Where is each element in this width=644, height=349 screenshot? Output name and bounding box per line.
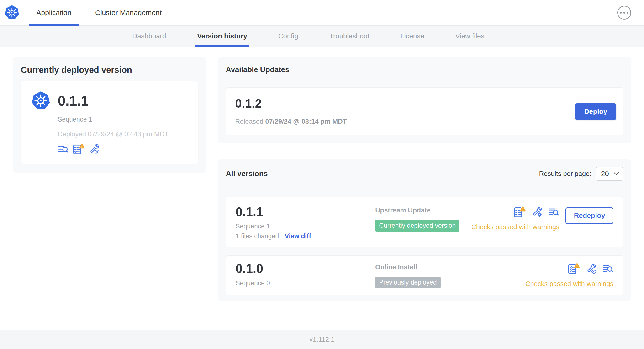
tab-cluster-management[interactable]: Cluster Management [88,0,169,25]
row-source-label: Online Install [375,263,525,271]
preflight-checks-warning-icon[interactable] [568,263,580,274]
preflight-checks-warning-icon[interactable] [514,206,526,218]
tab-license[interactable]: License [400,26,424,47]
row-action-icons [514,206,559,218]
files-changed-label: 1 files changed [236,232,279,240]
results-per-page-label: Results per page: [539,170,591,178]
currently-deployed-card: 0.1.1 Sequence 1 Deployed 07/29/24 @ 02:… [21,81,198,164]
all-versions-title: All versions [226,170,268,178]
deploy-button[interactable]: Deploy [575,103,616,120]
currently-deployed-panel: Currently deployed version 0.1.1 Sequenc… [13,57,206,172]
available-update-card: 0.1.2 Released07/29/24 @ 03:14 pm MDT De… [226,87,623,135]
overflow-menu-button[interactable] [617,6,631,20]
kots-admin-console: Application Cluster Management Dashboard… [0,0,644,349]
tab-dashboard[interactable]: Dashboard [132,26,166,47]
currently-deployed-title: Currently deployed version [21,65,198,75]
main-content: Currently deployed version 0.1.1 Sequenc… [0,47,644,330]
top-bar: Application Cluster Management [0,0,644,26]
currently-deployed-badge: Currently deployed version [375,220,460,232]
kubernetes-logo-icon [4,5,20,20]
row-version-number: 0.1.0 [236,262,375,275]
row-sequence: Sequence 0 [236,280,375,287]
released-date: 07/29/24 @ 03:14 pm MDT [265,118,347,125]
current-version-sequence: Sequence 1 [58,116,190,123]
preflight-status-text: Checks passed with warnings [525,280,614,288]
deploy-logs-icon[interactable] [548,206,559,218]
view-config-icon[interactable] [586,263,597,274]
tab-application[interactable]: Application [29,0,78,25]
topbar-spacer [169,0,617,25]
tab-view-files[interactable]: View files [455,26,484,47]
current-version-number: 0.1.1 [58,94,88,108]
tab-version-history[interactable]: Version history [197,26,247,47]
edit-config-icon[interactable] [532,206,542,218]
results-per-page-value: 20 [601,170,609,178]
row-action-icons [568,263,614,274]
view-diff-link[interactable]: View diff [285,232,311,240]
version-rows: 0.1.1 Sequence 1 1 files changed View di… [226,197,623,295]
current-version-actions [58,143,190,155]
tab-troubleshoot[interactable]: Troubleshoot [329,26,369,47]
redeploy-button[interactable]: Redeploy [566,208,614,224]
chevron-down-icon [614,172,619,176]
row-sequence: Sequence 1 [236,223,375,230]
row-source-label: Upstream Update [375,206,472,214]
kubernetes-app-icon [31,91,50,110]
tab-config[interactable]: Config [278,26,298,47]
row-version-number: 0.1.1 [236,206,375,218]
available-updates-title: Available Updates [226,66,623,74]
tab-cluster-management-label: Cluster Management [95,8,162,17]
deploy-logs-icon[interactable] [602,263,614,274]
released-label: Released [235,118,263,125]
current-version-deployed-timestamp: Deployed 07/29/24 @ 02:43 pm MDT [58,130,190,138]
footer: v1.112.1 [0,330,644,349]
version-row-0-1-1: 0.1.1 Sequence 1 1 files changed View di… [226,197,623,247]
available-updates-panel: Available Updates 0.1.2 Released07/29/24… [218,57,631,143]
all-versions-panel: All versions Results per page: 20 0.1.1 [218,160,631,301]
version-row-0-1-0: 0.1.0 Sequence 0 Online Install Previous… [226,256,623,295]
console-version: v1.112.1 [309,336,334,343]
right-column: Available Updates 0.1.2 Released07/29/24… [218,57,631,301]
preflight-checks-warning-icon[interactable] [72,143,85,155]
preflight-status-text: Checks passed with warnings [472,223,560,231]
results-per-page: Results per page: 20 [539,166,623,181]
tab-application-label: Application [36,8,71,17]
results-per-page-select[interactable]: 20 [596,166,623,181]
deploy-logs-icon[interactable] [58,144,69,155]
app-sub-nav: Dashboard Version history Config Trouble… [0,26,644,47]
previously-deployed-badge: Previously deployed [375,277,441,288]
update-released-line: Released07/29/24 @ 03:14 pm MDT [235,118,347,125]
edit-config-icon[interactable] [89,144,100,155]
update-version-number: 0.1.2 [235,98,347,110]
